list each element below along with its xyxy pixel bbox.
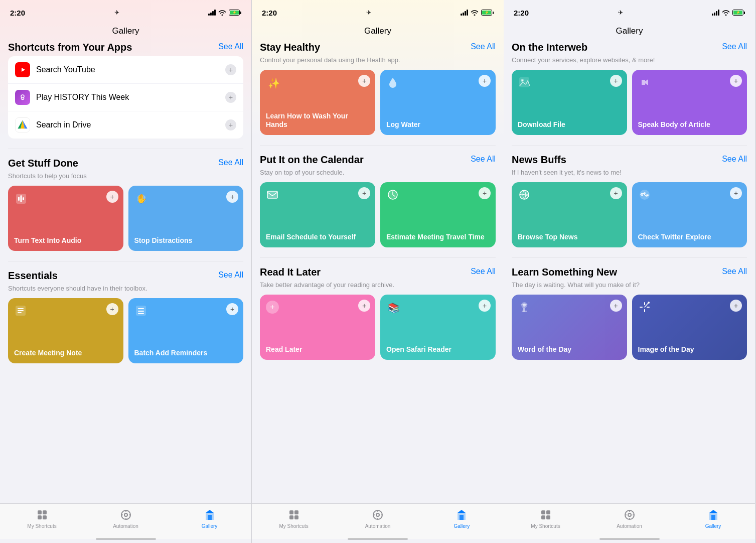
svg-marker-0 (22, 68, 25, 72)
status-time-2: 2:20 (262, 9, 277, 17)
cards-row-healthy: + ✨ Learn How to Wash Your Hands + (260, 70, 496, 135)
card-email-schedule[interactable]: + Email Schedule to Yourself (260, 182, 375, 247)
card-wash-hands[interactable]: + ✨ Learn How to Wash Your Hands (260, 70, 375, 135)
card-label-twitter: Check Twitter Explore (638, 233, 741, 241)
section-subtitle-learn: The day is waiting. What will you make o… (512, 281, 747, 290)
bottom-nav-3: My Shortcuts Automation Gallery (504, 503, 755, 539)
card-word-day[interactable]: + Word of the Day (512, 295, 627, 360)
travel-card-icon (386, 188, 490, 205)
card-label-safari: Open Safari Reader (386, 345, 490, 354)
card-batch-reminders[interactable]: + Batch Add Reminders (128, 298, 244, 363)
add-card-twitter-button[interactable]: + (730, 187, 742, 199)
add-card-download-button[interactable]: + (610, 75, 622, 87)
card-log-water[interactable]: + Log Water (380, 70, 496, 135)
card-label-wash: Learn How to Wash Your Hands (266, 112, 369, 129)
add-card-word-button[interactable]: + (610, 300, 622, 312)
section-title-readlater: Read It Later (260, 266, 321, 278)
svg-rect-34 (519, 77, 529, 87)
svg-point-55 (628, 513, 631, 516)
readlater-card-icon: + (266, 301, 369, 314)
status-time-3: 2:20 (514, 9, 529, 17)
browse-card-icon (518, 188, 621, 205)
section-learn: Learn Something New See All The day is w… (512, 266, 747, 360)
see-all-calendar[interactable]: See All (471, 154, 496, 164)
cards-row-calendar: + Email Schedule to Yourself + (260, 182, 496, 247)
nav-gallery-3[interactable]: Gallery (671, 508, 755, 529)
see-all-getdone[interactable]: See All (218, 157, 243, 167)
home-indicator-3 (504, 539, 755, 543)
add-card-reminders-button[interactable]: + (226, 303, 238, 315)
see-all-learn[interactable]: See All (722, 266, 747, 276)
see-all-news[interactable]: See All (722, 154, 747, 164)
svg-rect-53 (546, 515, 550, 519)
signal-icon-3 (712, 10, 719, 16)
add-card-wash-button[interactable]: + (358, 75, 370, 87)
location-icon-2: ✈ (366, 9, 371, 16)
card-download-file[interactable]: + Download File (512, 70, 627, 135)
see-all-essentials[interactable]: See All (218, 269, 243, 280)
nav-automation-2[interactable]: Automation (336, 508, 419, 529)
see-all-healthy[interactable]: See All (471, 41, 496, 51)
card-label-readlater: Read Later (266, 345, 369, 354)
card-travel-time[interactable]: + Estimate Meeting Travel Time (380, 182, 496, 247)
shortcut-item-youtube[interactable]: Search YouTube + (8, 56, 243, 84)
add-youtube-button[interactable]: + (225, 64, 236, 75)
card-speak-article[interactable]: + Speak Body of Article (632, 70, 747, 135)
twitter-card-icon (638, 188, 741, 205)
shortcut-item-drive[interactable]: Search in Drive + (8, 111, 243, 139)
card-safari-reader[interactable]: + 📚 Open Safari Reader (380, 295, 496, 360)
see-all-interweb[interactable]: See All (722, 41, 747, 51)
add-podcast-button[interactable]: + (225, 92, 236, 103)
add-card-readlater-button[interactable]: + (358, 300, 370, 312)
see-all-readlater[interactable]: See All (471, 266, 496, 276)
card-label-browse: Browse Top News (518, 233, 621, 241)
add-drive-button[interactable]: + (225, 119, 236, 130)
divider-p3-1 (512, 145, 747, 146)
add-card-travel-button[interactable]: + (479, 187, 491, 199)
youtube-icon (15, 62, 30, 77)
add-card-browse-button[interactable]: + (610, 187, 622, 199)
card-image-day[interactable]: + Image of the Day (632, 295, 747, 360)
card-turn-text-audio[interactable]: + Turn Text Into Audio (8, 186, 123, 251)
card-read-later[interactable]: + + Read Later (260, 295, 375, 360)
my-shortcuts-icon-1 (35, 508, 49, 522)
add-card-safari-button[interactable]: + (479, 300, 491, 312)
card-browse-news[interactable]: + Browse Top News (512, 182, 627, 247)
nav-header-2: Gallery (252, 22, 504, 41)
section-interweb: On the Interweb See All Connect your ser… (512, 41, 747, 135)
divider-2 (8, 261, 243, 261)
add-card-image-button[interactable]: + (730, 300, 742, 312)
shortcut-item-podcast[interactable]: Play HISTORY This Week + (8, 84, 243, 111)
svg-rect-50 (541, 510, 545, 514)
wifi-icon-2 (471, 10, 479, 16)
card-stop-distractions[interactable]: + ✋ Stop Distractions (128, 186, 244, 251)
gallery-icon-2 (455, 508, 469, 522)
nav-gallery-1[interactable]: Gallery (168, 508, 251, 529)
section-shortcuts-apps: Shortcuts from Your Apps See All Search … (8, 41, 243, 139)
nav-my-shortcuts-1[interactable]: My Shortcuts (0, 508, 84, 529)
automation-icon-3 (623, 508, 637, 522)
nav-my-shortcuts-3[interactable]: My Shortcuts (504, 508, 587, 529)
add-card-meeting-button[interactable]: + (106, 303, 118, 315)
divider-1 (8, 149, 243, 149)
nav-label-shortcuts-3: My Shortcuts (531, 523, 560, 529)
image-card-icon (638, 301, 741, 317)
add-card-email-button[interactable]: + (358, 187, 370, 199)
card-label-reminders: Batch Add Reminders (134, 349, 238, 357)
nav-automation-1[interactable]: Automation (84, 508, 168, 529)
add-card-audio-button[interactable]: + (106, 191, 118, 203)
card-twitter-explore[interactable]: + Check Twitter Explore (632, 182, 747, 247)
phone-panel-3: 2:20 ✈ ⚡ Gallery On the I (504, 0, 755, 543)
svg-rect-9 (18, 308, 24, 309)
nav-automation-3[interactable]: Automation (587, 508, 671, 529)
svg-point-43 (644, 192, 646, 194)
divider-p3-2 (512, 257, 747, 258)
nav-gallery-2[interactable]: Gallery (420, 508, 504, 529)
nav-my-shortcuts-2[interactable]: My Shortcuts (252, 508, 336, 529)
add-card-stop-button[interactable]: + (226, 191, 238, 203)
add-card-speak-button[interactable]: + (730, 75, 742, 87)
see-all-shortcuts[interactable]: See All (218, 41, 243, 51)
add-card-water-button[interactable]: + (479, 75, 491, 87)
section-subtitle-readlater: Take better advantage of your reading ar… (260, 281, 496, 290)
card-meeting-note[interactable]: + Create Meeting Note (8, 298, 123, 363)
